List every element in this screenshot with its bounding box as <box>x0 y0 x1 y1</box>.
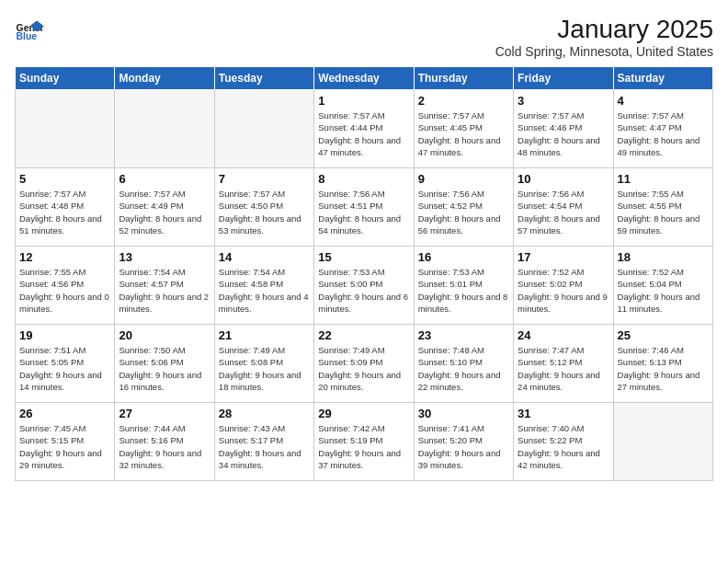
calendar-week-row: 5Sunrise: 7:57 AM Sunset: 4:48 PM Daylig… <box>16 168 713 247</box>
calendar-cell <box>16 90 115 168</box>
calendar-cell: 20Sunrise: 7:50 AM Sunset: 5:06 PM Dayli… <box>115 325 214 403</box>
calendar-cell: 16Sunrise: 7:53 AM Sunset: 5:01 PM Dayli… <box>414 247 513 325</box>
day-info: Sunrise: 7:41 AM Sunset: 5:20 PM Dayligh… <box>418 422 509 471</box>
calendar-cell: 2Sunrise: 7:57 AM Sunset: 4:45 PM Daylig… <box>414 90 513 168</box>
day-number: 22 <box>318 328 409 342</box>
calendar-cell: 27Sunrise: 7:44 AM Sunset: 5:16 PM Dayli… <box>115 403 214 481</box>
day-number: 20 <box>119 328 210 342</box>
day-number: 8 <box>318 172 409 186</box>
calendar-week-row: 1Sunrise: 7:57 AM Sunset: 4:44 PM Daylig… <box>16 90 713 168</box>
calendar-cell: 30Sunrise: 7:41 AM Sunset: 5:20 PM Dayli… <box>414 403 513 481</box>
calendar-cell: 25Sunrise: 7:46 AM Sunset: 5:13 PM Dayli… <box>613 325 712 403</box>
calendar-cell <box>613 403 712 481</box>
day-info: Sunrise: 7:49 AM Sunset: 5:08 PM Dayligh… <box>219 344 310 393</box>
calendar-cell: 31Sunrise: 7:40 AM Sunset: 5:22 PM Dayli… <box>514 403 613 481</box>
page-header: General Blue January 2025 Cold Spring, M… <box>15 15 713 59</box>
day-info: Sunrise: 7:44 AM Sunset: 5:16 PM Dayligh… <box>119 422 210 471</box>
day-number: 12 <box>19 250 110 264</box>
day-info: Sunrise: 7:50 AM Sunset: 5:06 PM Dayligh… <box>119 344 210 393</box>
day-info: Sunrise: 7:57 AM Sunset: 4:50 PM Dayligh… <box>219 188 310 236</box>
day-info: Sunrise: 7:53 AM Sunset: 5:00 PM Dayligh… <box>318 266 409 315</box>
day-info: Sunrise: 7:57 AM Sunset: 4:46 PM Dayligh… <box>518 109 609 158</box>
calendar-week-row: 12Sunrise: 7:55 AM Sunset: 4:56 PM Dayli… <box>16 247 713 325</box>
day-number: 24 <box>518 328 609 342</box>
calendar-cell: 17Sunrise: 7:52 AM Sunset: 5:02 PM Dayli… <box>514 247 613 325</box>
day-number: 14 <box>219 250 310 264</box>
weekday-header-tuesday: Tuesday <box>214 67 313 90</box>
weekday-header-friday: Friday <box>514 67 613 90</box>
day-info: Sunrise: 7:40 AM Sunset: 5:22 PM Dayligh… <box>518 422 609 471</box>
calendar-cell: 11Sunrise: 7:55 AM Sunset: 4:55 PM Dayli… <box>613 168 712 247</box>
calendar-cell <box>115 90 214 168</box>
day-number: 25 <box>618 328 709 342</box>
calendar-cell: 3Sunrise: 7:57 AM Sunset: 4:46 PM Daylig… <box>514 90 613 168</box>
calendar-cell <box>214 90 313 168</box>
calendar-table: SundayMondayTuesdayWednesdayThursdayFrid… <box>15 66 713 481</box>
day-info: Sunrise: 7:55 AM Sunset: 4:56 PM Dayligh… <box>19 266 110 315</box>
day-number: 5 <box>19 172 110 186</box>
calendar-cell: 24Sunrise: 7:47 AM Sunset: 5:12 PM Dayli… <box>514 325 613 403</box>
day-info: Sunrise: 7:49 AM Sunset: 5:09 PM Dayligh… <box>318 344 409 393</box>
calendar-cell: 13Sunrise: 7:54 AM Sunset: 4:57 PM Dayli… <box>115 247 214 325</box>
day-info: Sunrise: 7:51 AM Sunset: 5:05 PM Dayligh… <box>19 344 110 393</box>
day-info: Sunrise: 7:57 AM Sunset: 4:47 PM Dayligh… <box>618 109 709 158</box>
day-number: 6 <box>119 172 210 186</box>
day-info: Sunrise: 7:56 AM Sunset: 4:51 PM Dayligh… <box>318 188 409 236</box>
calendar-cell: 4Sunrise: 7:57 AM Sunset: 4:47 PM Daylig… <box>613 90 712 168</box>
day-number: 29 <box>318 407 409 420</box>
day-number: 11 <box>618 172 709 186</box>
day-number: 13 <box>119 250 210 264</box>
day-number: 16 <box>418 250 509 264</box>
logo: General Blue <box>15 15 44 44</box>
calendar-cell: 29Sunrise: 7:42 AM Sunset: 5:19 PM Dayli… <box>314 403 414 481</box>
calendar-body: 1Sunrise: 7:57 AM Sunset: 4:44 PM Daylig… <box>16 90 713 481</box>
day-number: 23 <box>418 328 509 342</box>
day-info: Sunrise: 7:52 AM Sunset: 5:02 PM Dayligh… <box>518 266 609 315</box>
calendar-cell: 19Sunrise: 7:51 AM Sunset: 5:05 PM Dayli… <box>16 325 115 403</box>
day-number: 7 <box>219 172 310 186</box>
day-info: Sunrise: 7:54 AM Sunset: 4:58 PM Dayligh… <box>219 266 310 315</box>
day-number: 19 <box>19 328 110 342</box>
calendar-cell: 1Sunrise: 7:57 AM Sunset: 4:44 PM Daylig… <box>314 90 414 168</box>
calendar-cell: 18Sunrise: 7:52 AM Sunset: 5:04 PM Dayli… <box>613 247 712 325</box>
day-number: 31 <box>518 407 609 420</box>
calendar-cell: 28Sunrise: 7:43 AM Sunset: 5:17 PM Dayli… <box>214 403 313 481</box>
location-subtitle: Cold Spring, Minnesota, United States <box>495 44 713 59</box>
weekday-header-wednesday: Wednesday <box>314 67 414 90</box>
calendar-cell: 22Sunrise: 7:49 AM Sunset: 5:09 PM Dayli… <box>314 325 414 403</box>
weekday-header-thursday: Thursday <box>414 67 513 90</box>
calendar-cell: 23Sunrise: 7:48 AM Sunset: 5:10 PM Dayli… <box>414 325 513 403</box>
day-info: Sunrise: 7:48 AM Sunset: 5:10 PM Dayligh… <box>418 344 509 393</box>
day-number: 28 <box>219 407 310 420</box>
day-info: Sunrise: 7:43 AM Sunset: 5:17 PM Dayligh… <box>219 422 310 471</box>
day-info: Sunrise: 7:56 AM Sunset: 4:52 PM Dayligh… <box>418 188 509 236</box>
day-number: 2 <box>418 94 509 108</box>
day-number: 1 <box>318 94 409 108</box>
day-info: Sunrise: 7:52 AM Sunset: 5:04 PM Dayligh… <box>618 266 709 315</box>
day-number: 18 <box>618 250 709 264</box>
day-info: Sunrise: 7:54 AM Sunset: 4:57 PM Dayligh… <box>119 266 210 315</box>
calendar-cell: 5Sunrise: 7:57 AM Sunset: 4:48 PM Daylig… <box>16 168 115 247</box>
day-number: 21 <box>219 328 310 342</box>
day-info: Sunrise: 7:57 AM Sunset: 4:44 PM Dayligh… <box>318 109 409 158</box>
day-info: Sunrise: 7:57 AM Sunset: 4:48 PM Dayligh… <box>19 188 110 236</box>
month-title: January 2025 <box>495 15 713 44</box>
day-number: 4 <box>618 94 709 108</box>
day-info: Sunrise: 7:57 AM Sunset: 4:49 PM Dayligh… <box>119 188 210 236</box>
calendar-cell: 10Sunrise: 7:56 AM Sunset: 4:54 PM Dayli… <box>514 168 613 247</box>
logo-icon: General Blue <box>15 15 44 44</box>
weekday-header-saturday: Saturday <box>613 67 712 90</box>
day-number: 27 <box>119 407 210 420</box>
day-info: Sunrise: 7:47 AM Sunset: 5:12 PM Dayligh… <box>518 344 609 393</box>
calendar-cell: 15Sunrise: 7:53 AM Sunset: 5:00 PM Dayli… <box>314 247 414 325</box>
day-info: Sunrise: 7:55 AM Sunset: 4:55 PM Dayligh… <box>618 188 709 236</box>
day-info: Sunrise: 7:57 AM Sunset: 4:45 PM Dayligh… <box>418 109 509 158</box>
calendar-header-row: SundayMondayTuesdayWednesdayThursdayFrid… <box>16 67 713 90</box>
day-number: 30 <box>418 407 509 420</box>
title-block: January 2025 Cold Spring, Minnesota, Uni… <box>495 15 713 59</box>
calendar-cell: 12Sunrise: 7:55 AM Sunset: 4:56 PM Dayli… <box>16 247 115 325</box>
day-info: Sunrise: 7:53 AM Sunset: 5:01 PM Dayligh… <box>418 266 509 315</box>
day-info: Sunrise: 7:42 AM Sunset: 5:19 PM Dayligh… <box>318 422 409 471</box>
day-info: Sunrise: 7:56 AM Sunset: 4:54 PM Dayligh… <box>518 188 609 236</box>
calendar-cell: 26Sunrise: 7:45 AM Sunset: 5:15 PM Dayli… <box>16 403 115 481</box>
